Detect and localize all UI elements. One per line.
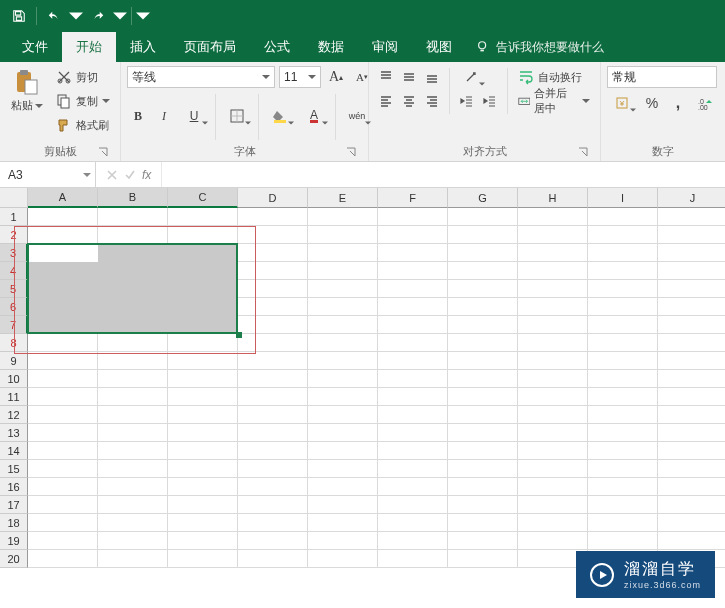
cell[interactable] [588,244,658,262]
cell[interactable] [588,460,658,478]
cell[interactable] [168,208,238,226]
cell[interactable] [98,550,168,568]
cell[interactable] [448,352,518,370]
column-header[interactable]: H [518,188,588,208]
row-header[interactable]: 2 [0,226,28,244]
cut-button[interactable]: 剪切 [52,66,114,88]
cell[interactable] [518,280,588,298]
cell[interactable] [518,514,588,532]
cell[interactable] [28,226,98,244]
tab-view[interactable]: 视图 [412,32,466,62]
cell[interactable] [238,208,308,226]
cell[interactable] [308,514,378,532]
cell[interactable] [168,514,238,532]
cell[interactable] [98,208,168,226]
cell[interactable] [378,424,448,442]
cell[interactable] [658,514,725,532]
cell[interactable] [28,496,98,514]
cell[interactable] [98,496,168,514]
cell[interactable] [448,478,518,496]
cell[interactable] [378,370,448,388]
cell[interactable] [308,262,378,280]
tab-formulas[interactable]: 公式 [250,32,304,62]
cell[interactable] [518,370,588,388]
cell[interactable] [588,388,658,406]
align-top-button[interactable] [375,66,397,88]
redo-dropdown[interactable] [113,3,127,29]
cell[interactable] [658,424,725,442]
redo-button[interactable] [85,3,111,29]
cell[interactable] [658,334,725,352]
alignment-dialog-launcher[interactable] [578,147,590,159]
cell[interactable] [518,442,588,460]
row-header[interactable]: 17 [0,496,28,514]
worksheet-grid[interactable]: ABCDEFGHIJ 12345678910111213141516171819… [0,188,725,608]
cell[interactable] [308,406,378,424]
cell[interactable] [238,460,308,478]
cell[interactable] [168,424,238,442]
cell[interactable] [518,298,588,316]
underline-button[interactable]: U [179,105,209,127]
cell[interactable] [448,262,518,280]
orientation-button[interactable] [456,66,486,88]
cell[interactable] [28,388,98,406]
cell[interactable] [28,550,98,568]
cell[interactable] [448,406,518,424]
cell[interactable] [308,532,378,550]
cell[interactable] [658,478,725,496]
phonetic-guide-button[interactable]: wén [342,105,372,127]
cell[interactable] [28,514,98,532]
cell[interactable] [168,550,238,568]
cell[interactable] [98,442,168,460]
cell[interactable] [448,208,518,226]
cell[interactable] [378,442,448,460]
row-header[interactable]: 1 [0,208,28,226]
bold-button[interactable]: B [127,105,149,127]
cell[interactable] [518,208,588,226]
cell[interactable] [448,388,518,406]
column-header[interactable]: I [588,188,658,208]
tab-review[interactable]: 审阅 [358,32,412,62]
row-header[interactable]: 3 [0,244,28,262]
cell[interactable] [308,280,378,298]
cell[interactable] [378,478,448,496]
column-header[interactable]: D [238,188,308,208]
row-header[interactable]: 8 [0,334,28,352]
cell[interactable] [238,226,308,244]
cell[interactable] [658,442,725,460]
cell[interactable] [588,280,658,298]
font-name-combo[interactable]: 等线 [127,66,275,88]
tell-me-search[interactable]: 告诉我你想要做什么 [476,32,604,62]
cell[interactable] [378,208,448,226]
cell[interactable] [448,532,518,550]
cell[interactable] [588,208,658,226]
row-header[interactable]: 10 [0,370,28,388]
cell[interactable] [28,460,98,478]
row-header[interactable]: 6 [0,298,28,316]
cell[interactable] [448,424,518,442]
cell[interactable] [168,460,238,478]
row-header[interactable]: 16 [0,478,28,496]
cell[interactable] [518,352,588,370]
tab-data[interactable]: 数据 [304,32,358,62]
cell[interactable] [28,334,98,352]
cell[interactable] [658,280,725,298]
cell[interactable] [658,262,725,280]
row-header[interactable]: 12 [0,406,28,424]
cell[interactable] [308,244,378,262]
cell[interactable] [448,316,518,334]
cell[interactable] [588,532,658,550]
cell[interactable] [308,298,378,316]
cell[interactable] [308,550,378,568]
cell[interactable] [98,226,168,244]
cell[interactable] [308,226,378,244]
cell[interactable] [448,550,518,568]
qat-customize-dropdown[interactable] [136,3,150,29]
row-header[interactable]: 7 [0,316,28,334]
cell[interactable] [448,334,518,352]
cell[interactable] [658,298,725,316]
cell[interactable] [98,370,168,388]
cell[interactable] [588,352,658,370]
column-header[interactable]: G [448,188,518,208]
cell[interactable] [168,388,238,406]
